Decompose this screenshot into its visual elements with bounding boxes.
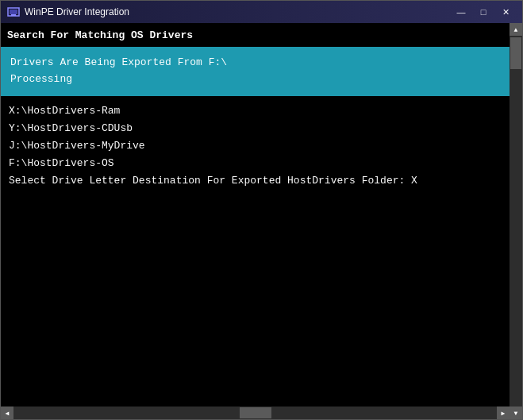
horizontal-scrollbar[interactable]: ◀ ▶: [1, 407, 510, 419]
main-content: X:\HostDrivers-Ram Y:\HostDrivers-CDUsb …: [1, 96, 510, 407]
scroll-down-button[interactable]: ▼: [510, 407, 522, 419]
output-line-3: F:\HostDrivers-OS: [9, 155, 502, 172]
main-window: WinPE Driver Integration — □ ✕ Search Fo…: [0, 0, 523, 420]
header-text: Search For Matching OS Drivers: [7, 29, 193, 41]
close-button[interactable]: ✕: [495, 4, 516, 20]
status-line-1: Drivers Are Being Exported From F:\: [10, 55, 500, 71]
horizontal-scroll-track[interactable]: [13, 407, 497, 419]
window-controls: — □ ✕: [451, 4, 516, 20]
scroll-left-button[interactable]: ◀: [1, 407, 13, 419]
vertical-scrollbar[interactable]: ▲ ▼: [510, 23, 522, 419]
output-line-4: Select Drive Letter Destination For Expo…: [9, 172, 502, 190]
svg-rect-1: [10, 10, 17, 14]
minimize-button[interactable]: —: [451, 4, 471, 20]
svg-rect-2: [11, 14, 16, 16]
window-body: Search For Matching OS Drivers Drivers A…: [1, 23, 522, 419]
horizontal-scroll-thumb[interactable]: [240, 407, 271, 418]
header-bar: Search For Matching OS Drivers: [1, 23, 510, 47]
window-icon: [7, 6, 20, 18]
vertical-scroll-track[interactable]: [510, 36, 522, 407]
title-bar: WinPE Driver Integration — □ ✕: [1, 1, 522, 23]
vertical-scroll-thumb[interactable]: [510, 37, 521, 69]
output-line-1: Y:\HostDrivers-CDUsb: [9, 120, 502, 137]
status-line-2: Processing: [10, 71, 500, 88]
maximize-button[interactable]: □: [473, 4, 494, 20]
output-line-2: J:\HostDrivers-MyDrive: [9, 137, 502, 155]
content-area: Search For Matching OS Drivers Drivers A…: [1, 23, 510, 419]
window-title: WinPE Driver Integration: [25, 6, 451, 17]
output-line-0: X:\HostDrivers-Ram: [9, 102, 502, 120]
scroll-right-button[interactable]: ▶: [497, 407, 510, 419]
status-box: Drivers Are Being Exported From F:\ Proc…: [1, 47, 510, 96]
scroll-up-button[interactable]: ▲: [510, 23, 522, 36]
